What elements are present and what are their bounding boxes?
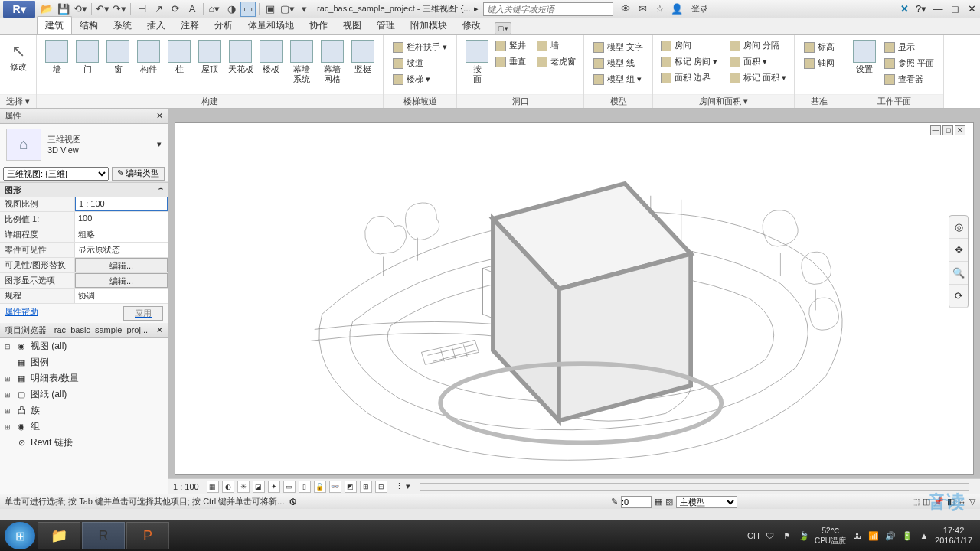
task-revit[interactable]: R: [82, 522, 125, 549]
tree-item-1[interactable]: ▦图例: [0, 354, 168, 370]
open-btn-1[interactable]: 墙: [534, 38, 579, 53]
apply-button[interactable]: 应用: [123, 306, 163, 321]
edit-type-button[interactable]: ✎编辑类型: [112, 167, 165, 181]
tree-item-6[interactable]: ⊘Revit 链接: [0, 435, 168, 451]
build-btn-1[interactable]: 门: [72, 38, 103, 76]
comm-icon[interactable]: ✉: [635, 2, 651, 17]
tree-item-2[interactable]: ⊞▦明细表/数量: [0, 370, 168, 386]
minimize-button[interactable]: —: [929, 1, 946, 18]
steering-wheel-icon[interactable]: ◎: [949, 216, 968, 239]
unlock-icon[interactable]: 🔓: [314, 481, 326, 493]
prop-row-0[interactable]: 视图比例1 : 100: [0, 197, 168, 212]
build-btn-8[interactable]: 幕墙 系统: [286, 38, 317, 86]
room-btn-0[interactable]: 房间: [658, 38, 720, 53]
analytic-icon[interactable]: ⊞: [360, 481, 372, 493]
circ-btn-2[interactable]: 楼梯 ▾: [390, 72, 450, 86]
workplane-set-button[interactable]: 设置: [849, 38, 880, 76]
build-btn-0[interactable]: 墙: [41, 38, 72, 76]
circ-btn-0[interactable]: 栏杆扶手 ▾: [390, 40, 450, 54]
start-button[interactable]: ⊞: [5, 522, 35, 549]
tab-massing[interactable]: 体量和场地: [240, 17, 302, 34]
filter-count-icon[interactable]: ▽: [969, 497, 975, 507]
work-btn-1[interactable]: 参照 平面: [881, 56, 937, 70]
ribbon-min-icon[interactable]: ▢▾: [495, 22, 511, 34]
circ-btn-1[interactable]: 坡道: [390, 56, 450, 70]
view-cube[interactable]: [175, 131, 958, 475]
tree-item-4[interactable]: ⊞凸族: [0, 403, 168, 419]
datum-btn-1[interactable]: 轴网: [801, 56, 838, 70]
login-label[interactable]: 登录: [691, 3, 708, 15]
tag-icon[interactable]: ⟳: [168, 2, 183, 17]
user-icon[interactable]: 👤: [669, 2, 684, 17]
exchange-icon[interactable]: ✕: [896, 1, 913, 18]
tree-item-3[interactable]: ⊞▢图纸 (all): [0, 386, 168, 403]
build-btn-9[interactable]: 幕墙 网格: [317, 38, 348, 86]
nav-bar[interactable]: ◎ ✥ 🔍 ⟳: [949, 215, 969, 308]
shadows-icon[interactable]: ◪: [253, 481, 265, 493]
open-btn-0[interactable]: 竖井: [492, 38, 529, 53]
build-btn-6[interactable]: 天花板: [225, 38, 256, 76]
select-panel-title[interactable]: 选择 ▾: [0, 94, 36, 108]
model-btn-0[interactable]: 模型 文字: [590, 40, 646, 54]
tray-flag-icon[interactable]: ⚑: [781, 530, 793, 542]
build-btn-7[interactable]: 楼板: [256, 38, 286, 76]
build-btn-10[interactable]: 竖梃: [348, 38, 378, 76]
detail-level-icon[interactable]: ▦: [207, 481, 219, 493]
tab-analyze[interactable]: 分析: [207, 17, 240, 34]
tab-insert[interactable]: 插入: [139, 17, 173, 34]
visual-style-icon[interactable]: ◐: [222, 481, 234, 493]
open-btn-2[interactable]: 垂直: [492, 54, 529, 69]
task-explorer[interactable]: 📁: [38, 522, 80, 549]
save-icon[interactable]: 💾: [56, 2, 71, 17]
tray-leaf-icon[interactable]: 🍃: [798, 530, 810, 542]
room-btn-2[interactable]: 标记 房间 ▾: [658, 54, 720, 69]
constraint-icon[interactable]: ⊟: [375, 481, 387, 493]
tab-annotate[interactable]: 注释: [173, 17, 207, 34]
thin-lines-icon[interactable]: ▭: [240, 2, 256, 17]
measure-icon[interactable]: ↗: [151, 2, 166, 17]
view-scale[interactable]: 1 : 100: [173, 482, 199, 491]
tray-net-icon[interactable]: 🖧: [851, 530, 863, 542]
workset-icon[interactable]: ✎: [611, 497, 618, 507]
lang-indicator[interactable]: CH: [747, 531, 760, 540]
search-icon[interactable]: 👁: [619, 2, 634, 17]
redo-icon[interactable]: ↷▾: [112, 2, 127, 17]
modify-button[interactable]: ↖修改: [5, 38, 31, 76]
instance-select[interactable]: 三维视图: {三维}: [3, 167, 109, 181]
tray-shield-icon[interactable]: 🛡: [764, 530, 776, 542]
close-button[interactable]: ✕: [963, 1, 980, 18]
tab-modify[interactable]: 修改: [455, 17, 488, 34]
datum-btn-0[interactable]: 标高: [801, 40, 838, 54]
task-powerpoint[interactable]: P: [126, 522, 169, 549]
undo-icon[interactable]: ↶▾: [95, 2, 110, 17]
home3d-icon[interactable]: ⌂▾: [207, 2, 222, 17]
tree-expand-5[interactable]: ⊞: [3, 423, 12, 431]
room-panel-title[interactable]: 房间和面积 ▾: [653, 94, 794, 108]
tree-expand-0[interactable]: ⊟: [3, 343, 12, 350]
view-options-icon[interactable]: ⋮ ▾: [395, 481, 410, 491]
render-icon[interactable]: ✦: [268, 481, 280, 493]
recent-icon[interactable]: ▸: [474, 4, 479, 14]
prop-row-5[interactable]: 图形显示选项编辑...: [0, 273, 168, 289]
tab-collab[interactable]: 协作: [302, 17, 335, 34]
model-btn-2[interactable]: 模型 组 ▾: [590, 72, 646, 86]
tree-expand-2[interactable]: ⊞: [3, 375, 12, 383]
room-btn-5[interactable]: 标记 面积 ▾: [727, 70, 789, 85]
build-btn-4[interactable]: 柱: [164, 38, 194, 76]
prop-row-1[interactable]: 比例值 1:100: [0, 212, 168, 227]
switch-win-icon[interactable]: ▢▾: [279, 2, 295, 17]
tab-structure[interactable]: 结构: [72, 17, 106, 34]
3d-view-canvas[interactable]: — ◻ ✕: [175, 122, 974, 475]
editable-only-icon[interactable]: ▦: [655, 497, 662, 507]
maximize-button[interactable]: ◻: [946, 1, 963, 18]
favorite-icon[interactable]: ☆: [652, 2, 668, 17]
tray-power-icon[interactable]: 🔋: [901, 530, 913, 542]
room-btn-1[interactable]: 房间 分隔: [727, 38, 789, 53]
tab-systems[interactable]: 系统: [106, 17, 139, 34]
properties-help-link[interactable]: 属性帮助: [5, 306, 38, 321]
text-icon[interactable]: A: [185, 2, 200, 17]
help-icon[interactable]: ?▾: [913, 1, 929, 18]
tab-addins[interactable]: 附加模块: [403, 17, 455, 34]
sel-pinned-icon[interactable]: 📌: [933, 497, 944, 507]
tree-item-0[interactable]: ⊟◉视图 (all): [0, 338, 168, 354]
